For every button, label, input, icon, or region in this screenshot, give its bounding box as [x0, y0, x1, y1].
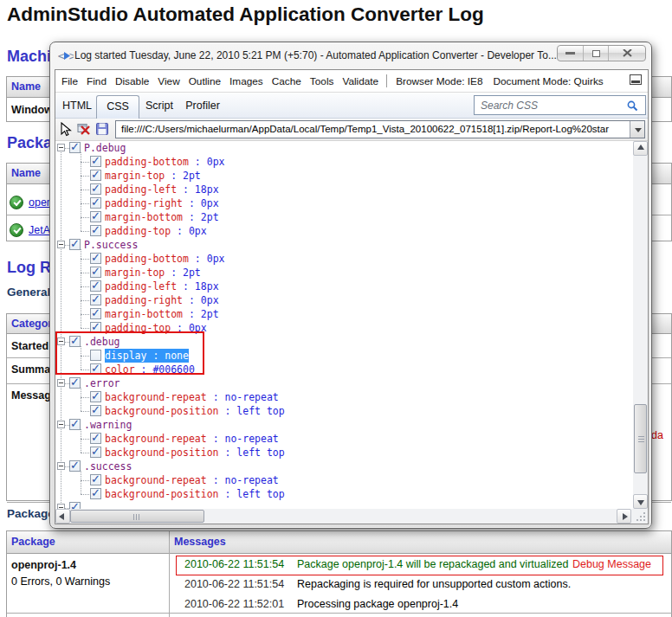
vertical-scrollbar[interactable] — [633, 141, 648, 509]
rule-checkbox[interactable] — [69, 419, 81, 430]
css-property-row[interactable]: margin-top : 2pt — [55, 266, 627, 280]
dock-icon[interactable] — [630, 74, 642, 87]
menu-item-validate[interactable]: Validate — [338, 75, 383, 87]
property-checkbox[interactable] — [90, 225, 101, 236]
tree-collapse-icon[interactable] — [57, 144, 65, 151]
property-label[interactable]: background-repeat : no-repeat — [105, 390, 279, 404]
property-label[interactable]: padding-right : 0px — [105, 196, 219, 210]
menu-item-find[interactable]: Find — [82, 75, 111, 87]
menu-item-outline[interactable]: Outline — [184, 75, 225, 87]
css-property-row[interactable]: background-repeat : no-repeat — [55, 473, 627, 487]
menu-item-disable[interactable]: Disable — [111, 75, 153, 87]
property-label[interactable]: margin-top : 2pt — [105, 266, 201, 280]
tab-profiler[interactable]: Profiler — [180, 93, 225, 119]
css-property-row[interactable]: margin-bottom : 2pt — [55, 210, 627, 224]
css-rule-row[interactable]: .error — [55, 376, 627, 390]
property-checkbox[interactable] — [90, 447, 101, 458]
css-property-row[interactable]: background-position : left top — [55, 404, 627, 418]
minimize-button[interactable] — [558, 46, 583, 61]
css-property-row[interactable]: padding-bottom : 0px — [55, 252, 627, 266]
property-checkbox[interactable] — [90, 405, 101, 416]
css-property-row[interactable]: margin-bottom : 2pt — [55, 307, 627, 321]
restore-button[interactable] — [583, 46, 608, 61]
property-label[interactable]: padding-right : 0px — [105, 293, 219, 307]
address-dropdown-button[interactable] — [630, 121, 644, 138]
property-checkbox[interactable] — [90, 156, 101, 167]
rule-checkbox[interactable] — [69, 502, 81, 509]
property-label[interactable]: padding-bottom : 0px — [105, 155, 224, 169]
css-property-row[interactable]: background-position : left top — [55, 487, 627, 501]
rule-checkbox[interactable] — [69, 377, 81, 389]
search-box[interactable]: Search CSS — [474, 95, 646, 115]
clear-cache-icon[interactable] — [77, 123, 92, 136]
property-label[interactable]: background-repeat : no-repeat — [105, 473, 279, 487]
property-label[interactable]: margin-bottom : 2pt — [105, 307, 219, 321]
menu-item-file[interactable]: File — [55, 75, 82, 87]
css-rule-row[interactable]: P.success — [55, 238, 627, 252]
address-combo[interactable]: file:///C:/Users/michaelurman/AppData/Lo… — [115, 120, 645, 138]
property-label[interactable]: margin-top : 2pt — [105, 169, 201, 183]
tree-collapse-icon[interactable] — [57, 421, 65, 428]
property-label[interactable]: padding-left : 18px — [105, 183, 219, 196]
css-property-row[interactable]: padding-left : 18px — [55, 183, 627, 196]
css-property-row[interactable]: padding-right : 0px — [55, 293, 627, 307]
scroll-down-button[interactable] — [633, 494, 648, 509]
property-label[interactable]: background-position : left top — [105, 404, 285, 418]
property-checkbox[interactable] — [90, 308, 101, 319]
property-checkbox[interactable] — [90, 197, 101, 209]
css-property-row[interactable]: padding-right : 0px — [55, 196, 627, 210]
close-button[interactable] — [608, 46, 645, 61]
css-rule-row[interactable]: .success — [55, 460, 627, 473]
property-checkbox[interactable] — [90, 280, 101, 292]
property-label[interactable]: padding-left : 18px — [105, 280, 219, 293]
select-element-cursor-icon[interactable] — [59, 122, 73, 137]
property-checkbox[interactable] — [90, 253, 101, 264]
menu-item-tools[interactable]: Tools — [306, 75, 339, 87]
property-label[interactable]: padding-bottom : 0px — [105, 252, 224, 266]
property-label[interactable]: background-position : left top — [105, 487, 285, 501]
tab-css[interactable]: CSS — [96, 95, 139, 119]
rule-checkbox[interactable] — [69, 239, 81, 250]
css-property-row[interactable]: background-repeat : no-repeat — [55, 390, 627, 404]
search-icon[interactable] — [627, 100, 639, 112]
property-checkbox[interactable] — [90, 488, 101, 499]
menu-item-cache[interactable]: Cache — [268, 75, 306, 87]
vertical-scroll-thumb[interactable] — [634, 404, 647, 473]
property-label[interactable]: padding-top : 0px — [105, 224, 207, 238]
menu-item-view[interactable]: View — [153, 75, 184, 87]
property-checkbox[interactable] — [90, 183, 101, 195]
property-checkbox[interactable] — [90, 211, 101, 222]
css-property-row[interactable]: padding-left : 18px — [55, 280, 627, 293]
css-property-row[interactable]: padding-top : 0px — [55, 224, 627, 238]
resize-grip[interactable] — [633, 509, 648, 524]
tab-html[interactable]: HTML — [57, 93, 97, 119]
css-rule-row[interactable] — [55, 501, 627, 509]
tree-collapse-icon[interactable] — [57, 379, 65, 387]
horizontal-scroll-thumb[interactable] — [70, 510, 204, 523]
save-icon[interactable] — [96, 123, 108, 135]
property-checkbox[interactable] — [90, 433, 101, 444]
css-property-row[interactable]: background-position : left top — [55, 446, 627, 460]
scroll-right-button[interactable] — [617, 509, 631, 524]
property-checkbox[interactable] — [90, 294, 101, 305]
menu-item-images[interactable]: Images — [225, 75, 268, 87]
property-checkbox[interactable] — [90, 474, 101, 485]
css-property-row[interactable]: padding-bottom : 0px — [55, 155, 627, 169]
css-property-row[interactable]: background-repeat : no-repeat — [55, 432, 627, 446]
rule-checkbox[interactable] — [69, 142, 81, 153]
tree-collapse-icon[interactable] — [57, 462, 65, 470]
property-label[interactable]: margin-bottom : 2pt — [105, 210, 219, 224]
css-property-row[interactable]: margin-top : 2pt — [55, 169, 627, 183]
property-label[interactable]: background-repeat : no-repeat — [105, 432, 279, 446]
css-rule-row[interactable]: P.debug — [55, 141, 627, 155]
property-checkbox[interactable] — [90, 170, 101, 181]
scroll-up-button[interactable] — [633, 141, 648, 156]
rule-checkbox[interactable] — [69, 460, 81, 472]
property-checkbox[interactable] — [90, 267, 101, 278]
scroll-left-button[interactable] — [55, 509, 70, 524]
tab-script[interactable]: Script — [141, 93, 178, 119]
property-label[interactable]: background-position : left top — [105, 446, 285, 460]
css-rule-row[interactable]: .warning — [55, 418, 627, 432]
tree-collapse-icon[interactable] — [57, 241, 65, 248]
horizontal-scrollbar[interactable] — [55, 509, 648, 524]
